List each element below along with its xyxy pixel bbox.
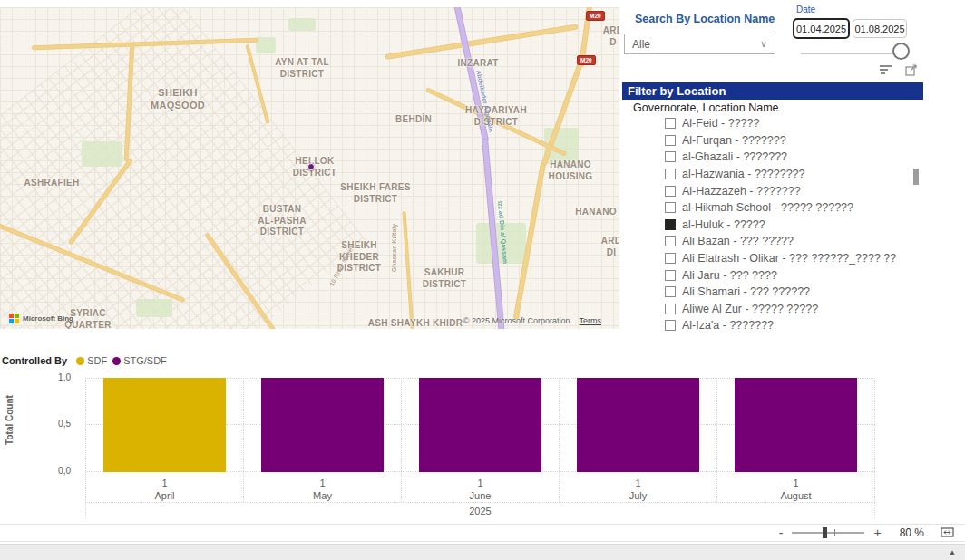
zoom-slider-thumb[interactable]	[823, 527, 827, 538]
location-label: Ali Elatrash - Olikar - ??? ??????_???? …	[682, 252, 896, 265]
chart-bar-zone	[244, 378, 401, 472]
location-label: Al-Hazzazeh - ???????	[682, 185, 801, 198]
location-checkbox[interactable]	[665, 253, 676, 264]
location-label: Al-Feid - ?????	[682, 117, 759, 130]
zoom-in-button[interactable]: +	[870, 526, 884, 539]
focus-mode-icon[interactable]	[905, 63, 917, 80]
location-checkbox[interactable]	[665, 186, 676, 197]
location-list-item[interactable]: Ali Bazan - ??? ?????	[622, 233, 911, 250]
date-to-input[interactable]	[853, 19, 907, 38]
location-checkbox[interactable]	[665, 118, 676, 129]
location-list-item[interactable]: Al-Feid - ?????	[622, 115, 911, 132]
location-list-item[interactable]: al-Ghazali - ???????	[622, 149, 911, 166]
x-axis-labels: 1August	[717, 472, 874, 501]
x-axis-month-label: May	[244, 490, 401, 501]
map-street-label: Ghassan Kritaly	[391, 224, 397, 272]
location-list-item[interactable]: Al-Hazzazeh - ???????	[622, 182, 911, 199]
chevron-down-icon[interactable]: ∨	[760, 38, 767, 50]
list-scrollbar-thumb[interactable]	[913, 169, 919, 185]
location-checkbox[interactable]	[665, 270, 676, 281]
x-axis-count-label: 1	[560, 478, 716, 488]
y-axis-tick: 0,5	[45, 419, 71, 429]
location-list-item[interactable]: Ali Elatrash - Olikar - ??? ??????_???? …	[622, 250, 911, 267]
terms-link[interactable]: Terms	[580, 316, 602, 325]
x-axis-labels: 1June	[402, 472, 559, 501]
location-list-item[interactable]: Al-Furqan - ???????	[622, 132, 911, 150]
location-list-item[interactable]: al-Hikmah School - ????? ??????	[622, 199, 911, 217]
chart-legend: Controlled By SDFSTG/SDF	[2, 355, 167, 366]
location-label: Al-Iza'a - ???????	[682, 319, 774, 331]
location-checkbox[interactable]	[665, 169, 676, 179]
search-slicer-title: Search By Location Name	[635, 13, 775, 25]
map-district-label: ASH SHAYKH KHIDR	[368, 318, 463, 329]
chart-bar[interactable]	[577, 378, 699, 472]
map-park	[288, 18, 316, 31]
location-dropdown-value: Alle	[632, 38, 760, 51]
microsoft-bing-logo: Microsoft Bing	[9, 314, 73, 323]
map-district-label: INZARAT	[457, 58, 498, 70]
location-label: al-Hikmah School - ????? ??????	[682, 201, 853, 214]
x-axis-month-label: August	[717, 490, 874, 501]
chart-bar[interactable]	[419, 378, 541, 472]
zoom-out-button[interactable]: -	[775, 526, 787, 539]
location-checkbox[interactable]	[665, 320, 676, 331]
map-district-label: HANANO	[575, 207, 617, 218]
location-checkbox[interactable]	[665, 202, 676, 213]
bing-map[interactable]: SHEIKH MAQSOODAYN AT-TAL DISTRICTINZARAT…	[0, 7, 619, 329]
legend-dot-icon	[76, 357, 84, 365]
zoom-slider-track[interactable]	[792, 532, 864, 534]
location-list-item[interactable]: al-Hazwania - ????????	[622, 166, 911, 183]
map-district-label: ASHRAFIEH	[24, 178, 79, 189]
chart-bar[interactable]	[261, 378, 384, 472]
bar-chart: 1April1May1June1July1August 2025	[85, 378, 875, 518]
date-range-slider-track[interactable]	[801, 53, 893, 54]
x-axis-labels: 1April	[86, 472, 243, 501]
y-axis-tick: 0,0	[45, 466, 71, 476]
x-axis-count-label: 1	[86, 478, 243, 488]
filter-icon[interactable]	[880, 65, 892, 74]
status-bar: ▲	[0, 544, 965, 560]
map-park	[82, 141, 122, 167]
map-district-label: SAKHUR DISTRICT	[423, 267, 467, 290]
location-checkbox[interactable]	[665, 286, 676, 297]
collapse-arrow-icon[interactable]: ▲	[949, 548, 956, 556]
road-shield-m20: M20	[586, 11, 605, 21]
legend-item[interactable]: SDF	[76, 355, 107, 366]
chart-bar[interactable]	[735, 378, 857, 472]
x-axis-year-label: 2025	[85, 502, 875, 518]
date-range-slider-handle[interactable]	[892, 43, 910, 60]
map-district-label: HAYDARIYAH DISTRICT	[465, 105, 527, 128]
x-axis-month-label: June	[402, 490, 559, 501]
location-list-item[interactable]: Ali Jaru - ??? ????	[622, 266, 911, 284]
location-label: Al-Furqan - ???????	[682, 134, 786, 147]
map-district-label: BEHDÎN	[395, 114, 432, 126]
location-label: al-Ghazali - ???????	[682, 150, 787, 163]
legend-item[interactable]: STG/SDF	[112, 355, 167, 366]
date-from-input[interactable]	[793, 18, 850, 39]
map-district-label: SHEIKH MAQSOOD	[151, 87, 205, 112]
map-district-label: HELLOK DISTRICT	[293, 156, 337, 179]
location-checkbox[interactable]	[665, 135, 676, 146]
map-district-label: SHEIKH FARES DISTRICT	[340, 182, 411, 205]
location-label: al-Huluk - ?????	[682, 218, 765, 231]
location-checkbox[interactable]	[665, 304, 676, 314]
location-dropdown[interactable]: Alle ∨	[624, 34, 775, 54]
date-slicer-title: Date	[796, 5, 815, 14]
map-attribution: © 2025 Microsoft Corporation Terms	[463, 316, 601, 325]
chart-bar[interactable]	[103, 378, 226, 472]
location-list-item[interactable]: Aliwe Al Zur - ????? ?????	[622, 301, 911, 318]
location-checkbox[interactable]	[665, 219, 676, 230]
location-checkbox[interactable]	[665, 236, 676, 246]
chart-category-slot: 1August	[716, 378, 875, 502]
fit-to-page-icon[interactable]	[941, 525, 954, 541]
microsoft-logo-icon	[9, 314, 19, 323]
chart-category-slot: 1May	[243, 378, 401, 502]
location-list-item[interactable]: al-Huluk - ?????	[622, 217, 911, 234]
location-list-item[interactable]: Al-Iza'a - ???????	[622, 317, 911, 331]
location-checkbox[interactable]	[665, 151, 676, 162]
map-location-marker[interactable]	[307, 163, 315, 170]
map-road	[402, 211, 414, 329]
map-district-label: HANANO HOUSING	[549, 159, 593, 182]
map-district-label: AYN AT-TAL DISTRICT	[275, 57, 329, 80]
location-list-item[interactable]: Ali Shamari - ??? ??????	[622, 284, 911, 301]
